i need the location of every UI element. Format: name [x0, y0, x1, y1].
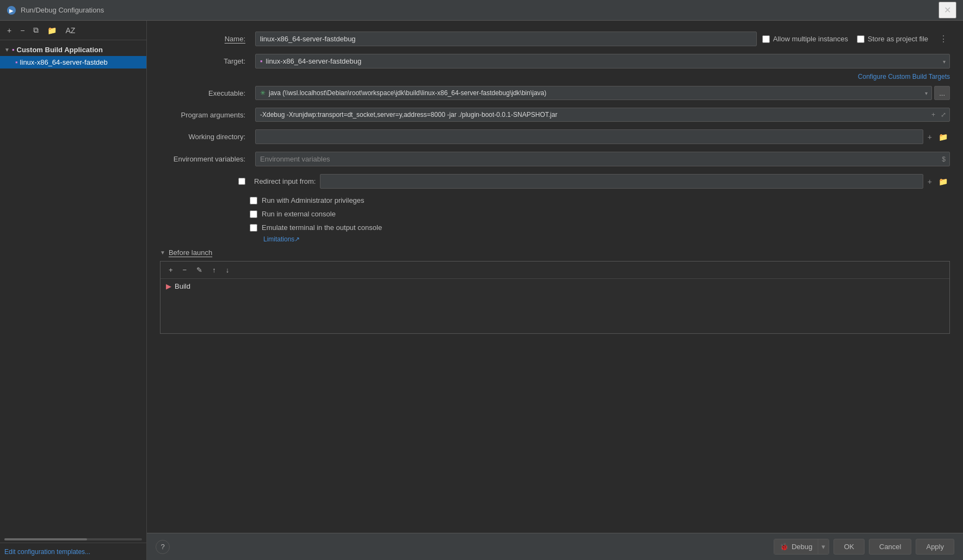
- before-launch-down-button[interactable]: ↓: [223, 265, 232, 275]
- executable-browse-button[interactable]: ...: [934, 86, 950, 100]
- add-config-button[interactable]: +: [4, 24, 14, 36]
- emulate-terminal-checkbox[interactable]: [250, 224, 257, 232]
- redirect-add-button[interactable]: +: [925, 176, 934, 187]
- dialog-title: Run/Debug Configurations: [21, 6, 939, 14]
- sidebar-scrollbar[interactable]: [4, 538, 142, 540]
- apply-button[interactable]: Apply: [916, 539, 954, 555]
- working-dir-label: Working directory:: [160, 133, 250, 141]
- more-options-icon[interactable]: ⋮: [937, 34, 950, 44]
- name-input-wrap: [255, 32, 757, 46]
- cancel-button[interactable]: Cancel: [869, 539, 911, 555]
- run-admin-row: Run with Administrator privileges: [160, 196, 950, 204]
- target-dropdown[interactable]: ▪ linux-x86_64-server-fastdebug: [255, 54, 950, 69]
- working-dir-wrap: + 📁: [255, 129, 950, 144]
- working-dir-input[interactable]: [255, 129, 923, 144]
- before-launch-edit-button[interactable]: ✎: [194, 265, 205, 275]
- folder-config-button[interactable]: 📁: [45, 24, 59, 36]
- configure-custom-build-link[interactable]: Configure Custom Build Targets: [858, 73, 950, 80]
- debug-dropdown-wrap: 🐞 Debug ▾: [774, 539, 829, 555]
- sort-config-button[interactable]: AZ: [63, 24, 78, 36]
- program-args-field[interactable]: -Xdebug -Xrunjdwp:transport=dt_socket,se…: [255, 108, 950, 122]
- debug-dropdown-arrow[interactable]: ▾: [818, 539, 829, 554]
- sidebar-item-fastdebug[interactable]: ▪ linux-x86_64-server-fastdeb: [0, 56, 146, 69]
- run-external-row: Run in external console: [160, 210, 950, 218]
- sidebar-tree: ▼ ▪ Custom Build Application ▪ linux-x86…: [0, 40, 146, 536]
- env-vars-row: Environment variables: Environment varia…: [160, 152, 950, 166]
- name-input[interactable]: [255, 32, 757, 46]
- redirect-input[interactable]: [320, 174, 923, 189]
- executable-dropdown[interactable]: ✳ java (\\wsl.localhost\Debian\root\work…: [255, 86, 932, 100]
- name-label: Name:: [160, 35, 250, 43]
- allow-multiple-label[interactable]: Allow multiple instances: [762, 35, 848, 43]
- allow-multiple-checkbox[interactable]: [762, 35, 770, 43]
- app-icon: ▶: [7, 5, 16, 15]
- config-item-label: linux-x86_64-server-fastdeb: [20, 58, 108, 66]
- before-launch-header[interactable]: ▼ Before launch: [160, 248, 950, 257]
- group-type-icon: ▪: [12, 46, 15, 54]
- run-external-checkbox[interactable]: [250, 210, 257, 218]
- sidebar-footer: Edit configuration templates...: [0, 543, 146, 560]
- env-vars-field[interactable]: Environment variables: [255, 152, 950, 166]
- sidebar-toolbar: + − ⧉ 📁 AZ: [0, 21, 146, 40]
- redirect-browse-button[interactable]: 📁: [936, 176, 950, 187]
- before-launch-remove-button[interactable]: −: [180, 265, 190, 275]
- build-icon: ▶: [166, 282, 171, 290]
- configure-link-wrap: Configure Custom Build Targets: [255, 73, 950, 80]
- config-item-icon: ▪: [15, 58, 18, 66]
- before-launch-toolbar: + − ✎ ↑ ↓: [160, 262, 949, 279]
- before-launch-title: Before launch: [169, 248, 212, 257]
- config-group-header[interactable]: ▼ ▪ Custom Build Application: [0, 43, 146, 56]
- target-value: linux-x86_64-server-fastdebug: [266, 57, 362, 65]
- env-vars-label: Environment variables:: [160, 155, 250, 163]
- close-button[interactable]: ✕: [939, 2, 956, 18]
- limitations-link[interactable]: Limitations↗: [263, 235, 300, 243]
- debug-icon: 🐞: [780, 543, 788, 551]
- working-dir-browse-button[interactable]: 📁: [936, 132, 950, 142]
- redirect-label: Redirect input from:: [254, 177, 316, 185]
- redirect-checkbox[interactable]: [238, 178, 245, 185]
- store-as-project-label[interactable]: Store as project file: [857, 35, 928, 43]
- group-expand-chevron: ▼: [4, 47, 10, 53]
- executable-dropdown-wrap: ✳ java (\\wsl.localhost\Debian\root\work…: [255, 86, 932, 100]
- emulate-terminal-label[interactable]: Emulate terminal in the output console: [262, 223, 382, 232]
- program-args-wrap: -Xdebug -Xrunjdwp:transport=dt_socket,se…: [255, 108, 950, 122]
- before-launch-build-item[interactable]: ▶ Build: [160, 279, 949, 294]
- program-args-expand-button[interactable]: ⤢: [939, 110, 948, 119]
- program-args-add-button[interactable]: +: [930, 110, 937, 119]
- sidebar: + − ⧉ 📁 AZ ▼ ▪ Custom Build Application …: [0, 21, 147, 560]
- run-external-label[interactable]: Run in external console: [262, 210, 336, 218]
- before-launch-section: ▼ Before launch + − ✎ ↑ ↓ ▶ Build: [160, 248, 950, 334]
- bottom-bar: ? 🐞 Debug ▾ OK Cancel Apply: [147, 533, 963, 560]
- before-launch-panel: + − ✎ ↑ ↓ ▶ Build: [160, 261, 950, 334]
- env-vars-dollar-icon[interactable]: $: [942, 155, 946, 163]
- ok-button[interactable]: OK: [834, 539, 865, 555]
- before-launch-chevron: ▼: [160, 250, 165, 256]
- svg-text:▶: ▶: [9, 8, 14, 14]
- form-area: Name: Allow multiple instances Store as …: [147, 21, 963, 533]
- working-dir-add-button[interactable]: +: [925, 132, 934, 142]
- name-options: Allow multiple instances Store as projec…: [762, 34, 950, 44]
- bottom-right: 🐞 Debug ▾ OK Cancel Apply: [774, 539, 954, 555]
- remove-config-button[interactable]: −: [17, 24, 27, 36]
- before-launch-up-button[interactable]: ↑: [209, 265, 219, 275]
- redirect-checkbox-area: [160, 178, 250, 185]
- edit-templates-link[interactable]: Edit configuration templates...: [4, 548, 90, 556]
- copy-config-button[interactable]: ⧉: [30, 24, 41, 36]
- executable-label: Executable:: [160, 89, 250, 97]
- title-bar: ▶ Run/Debug Configurations ✕: [0, 0, 963, 21]
- debug-dropdown-main[interactable]: 🐞 Debug: [774, 539, 818, 554]
- run-admin-checkbox[interactable]: [250, 197, 257, 204]
- executable-value: java (\\wsl.localhost\Debian\root\worksp…: [269, 89, 546, 97]
- build-item-label: Build: [175, 282, 190, 290]
- limitations-wrap: Limitations↗: [160, 235, 950, 243]
- env-vars-wrap: Environment variables $: [255, 152, 950, 166]
- target-dropdown-wrap: ▪ linux-x86_64-server-fastdebug ▾: [255, 54, 950, 69]
- before-launch-add-button[interactable]: +: [166, 265, 176, 275]
- bottom-left: ?: [156, 540, 170, 554]
- run-admin-label[interactable]: Run with Administrator privileges: [262, 196, 365, 204]
- target-label: Target:: [160, 57, 250, 65]
- exec-icon: ✳: [260, 89, 266, 97]
- group-label: Custom Build Application: [17, 46, 103, 54]
- store-as-project-checkbox[interactable]: [857, 35, 865, 43]
- help-button[interactable]: ?: [156, 540, 170, 554]
